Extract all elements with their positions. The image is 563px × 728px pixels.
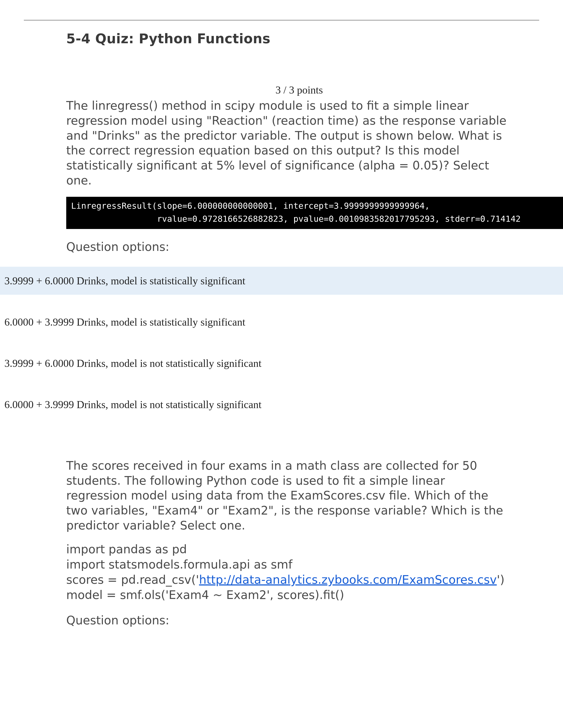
code-line: model = smf.ols('Exam4 ~ Exam2', scores)… — [66, 588, 344, 602]
code-line-prefix: scores = pd.read_csv(' — [66, 573, 199, 586]
question-1: 3 / 3 points The linregress() method in … — [66, 84, 532, 418]
option-text: 6.0000 + 3.9999 Drinks, model is not sta… — [4, 399, 261, 410]
question-2: The scores received in four exams in a m… — [66, 458, 532, 627]
code-line: import pandas as pd — [66, 542, 187, 556]
content-area: 5-4 Quiz: Python Functions 3 / 3 points … — [66, 31, 532, 640]
code-output-block: LinregressResult(slope=6.000000000000001… — [66, 197, 563, 229]
code-line-2: rvalue=0.9728166526882823, pvalue=0.0010… — [71, 214, 521, 224]
option-2[interactable]: 6.0000 + 3.9999 Drinks, model is statist… — [0, 308, 563, 336]
question-prompt: The linregress() method in scipy module … — [66, 98, 508, 188]
question-prompt: The scores received in four exams in a m… — [66, 458, 508, 533]
option-1[interactable]: 3.9999 + 6.0000 Drinks, model is statist… — [0, 267, 563, 295]
code-line-suffix: ') — [497, 573, 505, 586]
code-line: import statsmodels.formula.api as smf — [66, 558, 292, 571]
question-options-label: Question options: — [66, 240, 532, 253]
page: 5-4 Quiz: Python Functions 3 / 3 points … — [0, 0, 563, 728]
python-code-block: import pandas as pd import statsmodels.f… — [66, 542, 532, 603]
top-horizontal-rule — [24, 20, 539, 21]
question-options-label: Question options: — [66, 614, 532, 627]
points-earned: 3 / 3 points — [66, 84, 532, 96]
option-4[interactable]: 6.0000 + 3.9999 Drinks, model is not sta… — [0, 390, 563, 418]
options-list: 3.9999 + 6.0000 Drinks, model is statist… — [0, 267, 563, 418]
code-line-1: LinregressResult(slope=6.000000000000001… — [71, 201, 430, 211]
option-text: 3.9999 + 6.0000 Drinks, model is not sta… — [4, 357, 261, 369]
option-text: 6.0000 + 3.9999 Drinks, model is statist… — [4, 316, 245, 328]
csv-url-link[interactable]: http://data-analytics.zybooks.com/ExamSc… — [199, 573, 497, 586]
option-3[interactable]: 3.9999 + 6.0000 Drinks, model is not sta… — [0, 349, 563, 377]
option-text: 3.9999 + 6.0000 Drinks, model is statist… — [4, 275, 245, 287]
quiz-title: 5-4 Quiz: Python Functions — [66, 31, 532, 46]
